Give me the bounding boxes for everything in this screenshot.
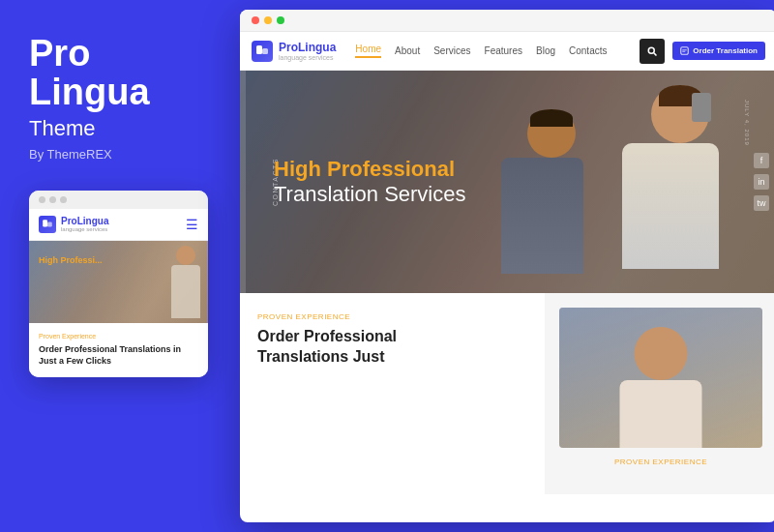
mobile-bottom: Proven Experience Order Professional Tra…	[29, 323, 208, 377]
mobile-order-text: Order Professional Translations in Just …	[39, 343, 198, 368]
desktop-mockup: ProLingua language services Home About S…	[240, 10, 774, 522]
nav-link-contacts[interactable]: Contacts	[569, 45, 607, 56]
svg-rect-1	[47, 222, 52, 226]
desktop-nav-links: Home About Services Features Blog Contac…	[355, 44, 640, 58]
mobile-logo: ProLingua language services	[39, 216, 108, 233]
hero-text-block: High Professional Translation Services	[274, 157, 465, 208]
brand-by: By ThemeREX	[29, 147, 203, 162]
bottom-photo	[559, 308, 762, 448]
desktop-navbar: ProLingua language services Home About S…	[240, 32, 774, 71]
face-head	[635, 327, 688, 380]
desktop-bottom-left: Proven Experience Order ProfessionalTran…	[240, 293, 545, 494]
facebook-icon[interactable]: f	[754, 153, 769, 168]
mobile-dot-2	[49, 196, 56, 203]
photo-person	[620, 327, 702, 448]
svg-rect-6	[681, 47, 689, 55]
nav-link-about[interactable]: About	[395, 45, 420, 56]
desktop-bottom-right: Proven Experience	[545, 293, 774, 494]
nav-link-services[interactable]: Services	[433, 45, 470, 56]
desktop-chrome-dots	[240, 10, 774, 32]
hero-date: JULY 4, 2019	[744, 100, 750, 146]
mobile-hero: High Professi...	[29, 241, 208, 323]
mobile-dot-3	[60, 196, 67, 203]
mobile-dot-1	[39, 196, 45, 203]
face-body	[620, 380, 702, 448]
close-dot	[252, 16, 259, 24]
brand-title: Pro Lingua	[29, 35, 203, 112]
mobile-proven-label: Proven Experience	[39, 333, 198, 340]
svg-rect-3	[262, 48, 268, 54]
desktop-logo: ProLingua language services	[252, 41, 336, 62]
minimize-dot	[264, 16, 272, 24]
brand-subtitle: Theme	[29, 116, 203, 141]
hero-line2: Translation Services	[274, 182, 465, 207]
nav-link-features[interactable]: Features	[485, 45, 522, 56]
desktop-nav-right: Order Translation	[640, 39, 765, 64]
mobile-logo-icon	[39, 216, 56, 233]
hero-side-bar	[240, 71, 246, 293]
svg-line-5	[654, 52, 657, 55]
desktop-hero: CONTACTS JULY 4, 2019 f in tw High Profe…	[240, 71, 774, 293]
mobile-hamburger-icon[interactable]: ☰	[186, 217, 198, 232]
hero-person-2	[519, 109, 583, 274]
svg-point-4	[649, 47, 655, 53]
mobile-hero-text: High Professi...	[29, 241, 208, 281]
twitter-icon[interactable]: tw	[754, 195, 769, 211]
svg-rect-2	[256, 45, 262, 54]
nav-link-blog[interactable]: Blog	[536, 45, 555, 56]
hero-line1: High Professional	[274, 157, 465, 182]
desktop-logo-text-block: ProLingua language services	[279, 41, 336, 61]
linkedin-icon[interactable]: in	[754, 174, 769, 190]
desktop-bottom: Proven Experience Order ProfessionalTran…	[240, 293, 774, 494]
mobile-mockup: ProLingua language services ☰ High Profe…	[29, 191, 208, 377]
search-button[interactable]	[640, 39, 665, 64]
bottom-proven-label: Proven Experience	[614, 458, 707, 466]
section-title: Order ProfessionalTranslations Just	[257, 327, 527, 368]
desktop-logo-icon	[252, 41, 273, 62]
left-panel: Pro Lingua Theme By ThemeREX ProLingua l…	[0, 0, 232, 532]
svg-rect-0	[43, 220, 47, 226]
maximize-dot	[277, 16, 284, 24]
hero-person	[641, 85, 719, 269]
nav-link-home[interactable]: Home	[355, 44, 381, 58]
mobile-logo-text: ProLingua language services	[61, 216, 108, 232]
mobile-nav: ProLingua language services ☰	[29, 209, 208, 241]
proven-experience-label: Proven Experience	[257, 312, 527, 321]
hero-social-icons: f in tw	[754, 153, 769, 211]
order-translation-button[interactable]: Order Translation	[672, 42, 765, 60]
mobile-dots	[29, 191, 208, 209]
